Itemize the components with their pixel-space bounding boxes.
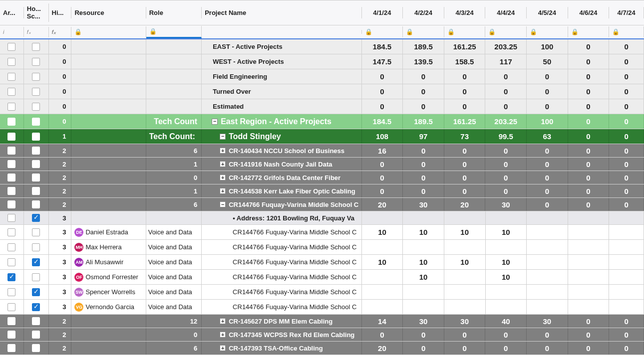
- day-cell[interactable]: 0: [485, 328, 527, 341]
- day-cell[interactable]: 73: [444, 129, 486, 144]
- day-cell[interactable]: 0: [527, 99, 568, 114]
- day-cell[interactable]: 0: [568, 144, 610, 157]
- day-cell[interactable]: 0: [403, 171, 444, 184]
- day-cell[interactable]: 108: [362, 129, 403, 144]
- project-name[interactable]: +CR-145627 DPS MM Elem Cabling: [202, 315, 361, 328]
- day-cell[interactable]: [403, 300, 444, 314]
- project-name[interactable]: +CR-147393 TSA-Office Cabling: [202, 342, 361, 355]
- checkbox[interactable]: [7, 288, 15, 296]
- leader-name[interactable]: −Todd Stingley: [202, 129, 361, 144]
- checkbox[interactable]: [32, 317, 40, 325]
- resource-name[interactable]: DEDaniel Estrada: [71, 225, 146, 239]
- day-cell[interactable]: 0: [609, 315, 644, 328]
- day-cell[interactable]: 161.25: [444, 39, 486, 54]
- day-cell[interactable]: 0: [403, 84, 444, 99]
- col-resource[interactable]: Resource: [71, 7, 146, 18]
- project-row[interactable]: 2 6 +CR-147393 TSA-Office Cabling2000000…: [0, 342, 644, 355]
- day-cell[interactable]: 99.5: [485, 129, 527, 144]
- day-cell[interactable]: [568, 270, 610, 284]
- day-cell[interactable]: [486, 300, 527, 314]
- checkbox[interactable]: [32, 228, 40, 236]
- checkbox[interactable]: [7, 160, 15, 168]
- day-cell[interactable]: 184.5: [362, 39, 403, 54]
- day-cell[interactable]: 184.5: [362, 114, 403, 129]
- col-date-1[interactable]: 4/2/24: [403, 7, 444, 18]
- checkbox[interactable]: [32, 118, 40, 126]
- day-cell[interactable]: 117: [485, 54, 527, 69]
- resource-row[interactable]: 3 AMAli Musawwir Voice and Data CR144766…: [0, 255, 644, 270]
- day-cell[interactable]: [609, 285, 644, 299]
- day-cell[interactable]: 10: [403, 255, 444, 269]
- project-row[interactable]: 2 12 +CR-145627 DPS MM Elem Cabling14303…: [0, 315, 644, 328]
- day-cell[interactable]: 139.5: [403, 54, 444, 69]
- col-date-5[interactable]: 4/6/24: [568, 7, 610, 18]
- day-cell[interactable]: 0: [403, 158, 444, 171]
- resource-row[interactable]: 3 DEDaniel Estrada Voice and Data CR1447…: [0, 225, 644, 240]
- checkbox[interactable]: [32, 43, 40, 51]
- day-cell[interactable]: 0: [485, 158, 527, 171]
- day-cell[interactable]: 10: [362, 225, 403, 239]
- checkbox[interactable]: [7, 303, 15, 311]
- checkbox[interactable]: [7, 174, 15, 181]
- checkbox[interactable]: [7, 187, 15, 195]
- checkbox[interactable]: [32, 88, 40, 96]
- day-cell[interactable]: 20: [362, 342, 403, 355]
- day-cell[interactable]: 0: [444, 144, 486, 157]
- checkbox[interactable]: [7, 317, 15, 325]
- day-cell[interactable]: 0: [568, 171, 610, 184]
- expand-icon[interactable]: +: [220, 175, 226, 180]
- day-cell[interactable]: 10: [486, 225, 527, 239]
- day-cell[interactable]: 0: [403, 99, 444, 114]
- day-cell[interactable]: 0: [362, 171, 403, 184]
- day-cell[interactable]: 0: [444, 171, 486, 184]
- day-cell[interactable]: 0: [403, 144, 444, 157]
- checkbox[interactable]: [32, 174, 40, 181]
- day-cell[interactable]: 0: [609, 129, 644, 144]
- expand-icon[interactable]: +: [220, 318, 226, 324]
- region-name[interactable]: −East Region - Active Projects: [202, 114, 361, 129]
- day-cell[interactable]: 0: [568, 54, 610, 69]
- col-date-2[interactable]: 4/3/24: [444, 7, 486, 18]
- checkbox[interactable]: [32, 331, 40, 339]
- checkbox[interactable]: [7, 331, 15, 339]
- day-cell[interactable]: 0: [362, 69, 403, 84]
- day-cell[interactable]: [609, 240, 644, 254]
- day-cell[interactable]: [362, 270, 403, 284]
- day-cell[interactable]: 0: [609, 144, 644, 157]
- day-cell[interactable]: 0: [568, 99, 610, 114]
- checkbox[interactable]: [32, 103, 40, 111]
- resource-name[interactable]: VGVernondo Garcia: [71, 300, 146, 314]
- resource-name[interactable]: AMAli Musawwir: [71, 255, 146, 269]
- day-cell[interactable]: [568, 285, 610, 299]
- collapse-icon[interactable]: −: [220, 134, 226, 140]
- day-cell[interactable]: [403, 285, 444, 299]
- day-cell[interactable]: 203.25: [485, 39, 527, 54]
- day-cell[interactable]: [527, 300, 568, 314]
- checkbox[interactable]: [32, 273, 40, 281]
- resource-name[interactable]: SWSpencer Worrells: [71, 285, 146, 299]
- expand-icon[interactable]: −: [220, 201, 226, 207]
- day-cell[interactable]: 0: [362, 84, 403, 99]
- col-hi[interactable]: Hi...: [49, 7, 72, 18]
- project-row[interactable]: 2 0 +CR-147345 WCPSS Rex Rd Elem Cabling…: [0, 328, 644, 342]
- checkbox[interactable]: [7, 200, 15, 208]
- col-ho[interactable]: Ho... Sc...: [24, 3, 49, 22]
- day-cell[interactable]: 0: [568, 39, 610, 54]
- day-cell[interactable]: 0: [609, 84, 644, 99]
- project-name[interactable]: +CR-141916 Nash County Jail Data: [202, 158, 361, 171]
- day-cell[interactable]: 0: [527, 184, 568, 197]
- day-cell[interactable]: 0: [362, 99, 403, 114]
- day-cell[interactable]: 10: [486, 270, 527, 284]
- expand-icon[interactable]: +: [220, 332, 226, 338]
- day-cell[interactable]: [568, 255, 610, 269]
- day-cell[interactable]: 0: [444, 69, 486, 84]
- day-cell[interactable]: 20: [362, 198, 403, 211]
- col-date-4[interactable]: 4/5/24: [527, 7, 568, 18]
- resource-name[interactable]: MHMax Herrera: [71, 240, 146, 254]
- day-cell[interactable]: 0: [403, 184, 444, 197]
- day-cell[interactable]: 0: [609, 39, 644, 54]
- day-cell[interactable]: [527, 225, 568, 239]
- day-cell[interactable]: 147.5: [362, 54, 403, 69]
- expand-icon[interactable]: +: [220, 148, 226, 154]
- day-cell[interactable]: 10: [362, 255, 403, 269]
